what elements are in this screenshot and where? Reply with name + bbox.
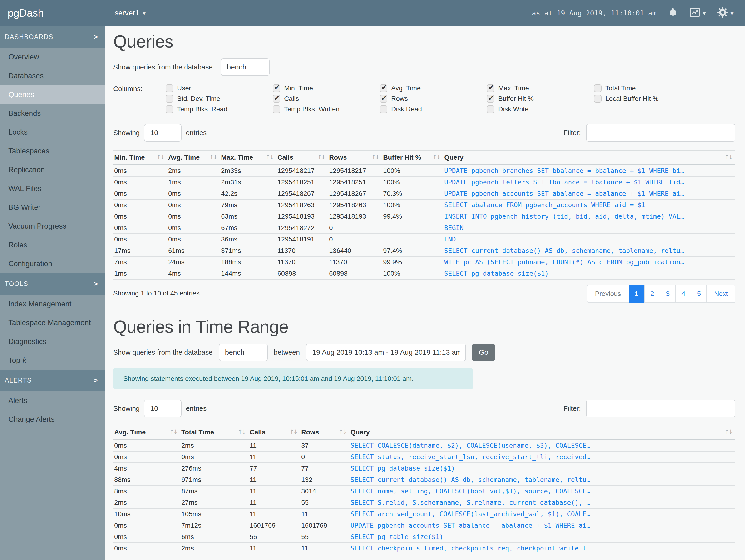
query-link[interactable]: BEGIN [444,224,463,231]
query-link[interactable]: WITH pc AS (SELECT pubname, COUNT(*) AS … [444,258,684,266]
query-link[interactable]: SELECT name, setting, COALESCE(boot_val,… [351,488,590,495]
column-checkbox-disk-write[interactable]: Disk Write [487,105,594,113]
database-input[interactable] [221,58,269,76]
query-link[interactable]: SELECT archived_count, COALESCE(last_arc… [351,510,590,518]
filter-input[interactable] [586,124,736,141]
sidebar-item-bg-writer[interactable]: BG Writer [0,198,105,217]
sidebar-item-databases[interactable]: Databases [0,66,105,85]
query-link[interactable]: UPDATE pgbench_branches SET bbalance = b… [444,167,684,174]
column-checkbox-local-buffer-hit[interactable]: Local Buffer Hit % [594,95,701,102]
sidebar-section-dashboards[interactable]: DASHBOARDS> [0,26,105,47]
chevron-down-icon: ▾ [142,10,145,16]
sidebar-item-tablespaces[interactable]: Tablespaces [0,141,105,160]
italic-suffix: k [23,356,26,365]
query-link[interactable]: UPDATE pgbench_tellers SET tbalance = tb… [444,178,684,186]
column-checkbox-disk-read[interactable]: Disk Read [380,105,487,113]
page-size-input[interactable] [144,124,182,141]
sidebar-item-queries[interactable]: Queries [0,85,105,104]
query-link[interactable]: SELECT pg_database_size($1) [444,270,549,277]
page-5[interactable]: 5 [691,285,707,303]
sidebar-item-configuration[interactable]: Configuration [0,254,105,273]
column-checkbox-temp-blks-read[interactable]: Temp Blks. Read [166,105,273,113]
page-3[interactable]: 3 [660,285,676,303]
sidebar-item-tablespace-management[interactable]: Tablespace Management [0,313,105,332]
entries-label-2: entries [186,405,206,413]
sidebar-item-alerts[interactable]: Alerts [0,391,105,410]
next-page-button[interactable]: Next [707,285,736,303]
column-checkbox-avg-time[interactable]: Avg. Time [380,85,487,92]
column-checkbox-calls[interactable]: Calls [273,95,380,102]
sidebar-item-top[interactable]: Topk [0,351,105,370]
time-range-input[interactable] [306,343,466,361]
query-link[interactable]: SELECT status, receive_start_lsn, receiv… [351,453,590,461]
page-size-input-2[interactable] [144,400,182,417]
column-header-max-time[interactable]: ↑↓Max. Time [220,150,277,165]
table-row: 1ms4ms144ms6089860898100%SELECT pg_datab… [113,268,736,279]
main-content: Queries Show queries from the database: … [105,26,745,560]
cell-query: UPDATE pgbench_branches SET bbalance = b… [443,165,736,176]
query-link[interactable]: SELECT current_database() AS db, scheman… [351,476,590,484]
checkbox-label: Local Buffer Hit % [605,95,659,102]
navbar-right: as at 19 Aug 2019, 11:10:01 am ▾ [532,7,745,20]
column-header-query[interactable]: ↑↓Query [350,425,736,440]
settings-menu-button[interactable]: ▾ [717,7,734,20]
column-header-calls[interactable]: ↑↓Calls [249,425,300,440]
cell-max-time: 36ms [220,234,277,245]
go-button[interactable]: Go [472,343,495,361]
column-checkbox-std-dev-time[interactable]: Std. Dev. Time [166,95,273,102]
sidebar-item-backends[interactable]: Backends [0,104,105,123]
query-link[interactable]: SELECT abalance FROM pgbench_accounts WH… [444,201,645,209]
notifications-button[interactable] [668,7,678,20]
sidebar-item-index-management[interactable]: Index Management [0,295,105,313]
column-checkbox-rows[interactable]: Rows [380,95,487,102]
sidebar-item-roles[interactable]: Roles [0,235,105,254]
previous-page-button[interactable]: Previous [587,285,629,303]
query-link[interactable]: UPDATE pgbench_accounts SET abalance = a… [351,522,590,529]
page-1[interactable]: 1 [629,285,645,303]
column-checkbox-total-time[interactable]: Total Time [594,85,701,92]
table-row: 88ms971ms11132SELECT current_database() … [113,474,736,486]
column-header-rows[interactable]: ↑↓Rows [328,150,382,165]
filter-input-2[interactable] [586,400,736,417]
column-header-calls[interactable]: ↑↓Calls [277,150,328,165]
column-checkbox-user[interactable]: User [166,85,273,92]
sidebar-item-wal-files[interactable]: WAL Files [0,179,105,198]
sidebar-item-locks[interactable]: Locks [0,123,105,141]
query-link[interactable]: SELECT checkpoints_timed, checkpoints_re… [351,545,590,552]
sidebar-item-change-alerts[interactable]: Change Alerts [0,410,105,429]
query-link[interactable]: UPDATE pgbench_accounts SET abalance = a… [444,190,684,197]
app-logo[interactable]: pgDash [0,7,105,19]
page-2[interactable]: 2 [644,285,660,303]
query-link[interactable]: SELECT pg_database_size($1) [351,465,455,472]
server-selector[interactable]: server1 ▾ [115,9,145,18]
column-header-min-time[interactable]: ↑↓Min. Time [113,150,167,165]
sidebar-item-vacuum-progress[interactable]: Vacuum Progress [0,217,105,235]
sidebar-item-diagnostics[interactable]: Diagnostics [0,332,105,351]
query-link[interactable]: END [444,235,456,243]
query-link[interactable]: SELECT current_database() AS db, scheman… [444,247,684,254]
column-header-avg-time[interactable]: ↑↓Avg. Time [167,150,220,165]
column-header-query[interactable]: ↑↓Query [443,150,736,165]
sidebar-item-replication[interactable]: Replication [0,160,105,179]
table-row: 17ms61ms371ms1137013644097.4%SELECT curr… [113,245,736,257]
charts-menu-button[interactable]: ▾ [689,7,706,20]
query-link[interactable]: INSERT INTO pgbench_history (tid, bid, a… [444,213,684,220]
column-checkbox-temp-blks-written[interactable]: Temp Blks. Written [273,105,380,113]
sidebar-section-tools[interactable]: TOOLS> [0,273,105,295]
database-input-2[interactable] [219,343,268,361]
column-header-total-time[interactable]: ↑↓Total Time [181,425,249,440]
column-checkbox-buffer-hit[interactable]: Buffer Hit % [487,95,594,102]
sidebar-item-overview[interactable]: Overview [0,47,105,66]
query-link[interactable]: SELECT COALESCE(datname, $2), COALESCE(u… [351,442,590,449]
column-checkbox-min-time[interactable]: Min. Time [273,85,380,92]
page-4[interactable]: 4 [675,285,691,303]
sidebar-section-alerts[interactable]: ALERTS> [0,370,105,391]
column-header-rows[interactable]: ↑↓Rows [300,425,350,440]
query-link[interactable]: SELECT pg_table_size($1) [351,533,443,540]
sidebar-nav: DASHBOARDS>OverviewDatabasesQueriesBacke… [0,26,105,560]
query-link[interactable]: SELECT S.relid, S.schemaname, S.relname,… [351,499,590,506]
column-header-avg-time[interactable]: ↑↓Avg. Time [113,425,181,440]
column-checkbox-max-time[interactable]: Max. Time [487,85,594,92]
column-header-buffer-hit[interactable]: ↑↓Buffer Hit % [382,150,443,165]
showing-label: Showing [113,129,140,137]
